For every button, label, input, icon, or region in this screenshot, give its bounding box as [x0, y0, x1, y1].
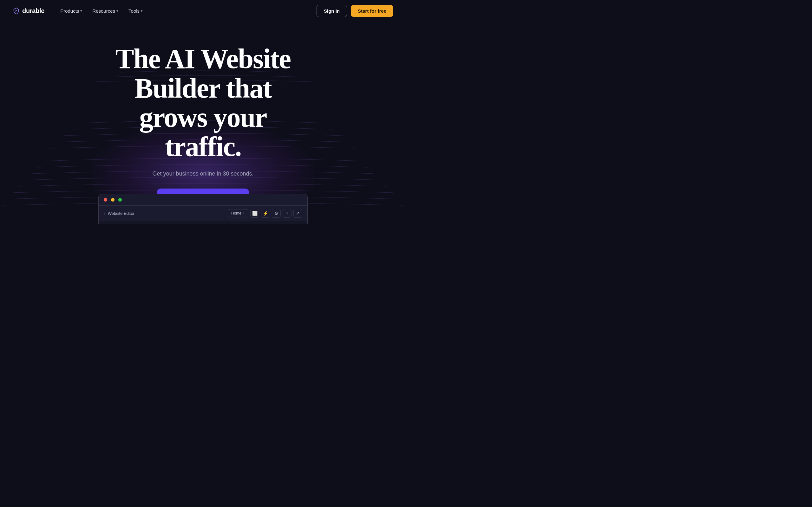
hero-title: The AI Website Builder that grows your t… — [98, 44, 308, 162]
contact-us-button[interactable]: Contact Us — [271, 224, 301, 225]
nav-products[interactable]: Products ▾ — [56, 6, 87, 16]
editor-title: Website Editor — [108, 211, 135, 216]
social-icons: Contact Us — [243, 224, 301, 225]
resources-chevron-icon: ▾ — [116, 9, 118, 13]
browser-minimize-dot — [111, 198, 114, 202]
editor-tab-plus-icon[interactable]: + — [243, 211, 245, 216]
browser-mockup: ‹ Website Editor Home + ⬜ ⚡ ⚙ ? ↗ — [98, 194, 308, 224]
browser-maximize-dot — [118, 198, 122, 202]
browser-content: Contact Us — [99, 221, 307, 224]
editor-lightning-icon[interactable]: ⚡ — [261, 209, 270, 218]
browser-close-dot — [104, 198, 107, 202]
hero-subtitle: Get your business online in 30 seconds. — [98, 170, 308, 177]
hero-content: The AI Website Builder that grows your t… — [98, 44, 308, 208]
logo-text: durable — [22, 7, 44, 14]
nav-left: durable Products ▾ Resources ▾ Tools ▾ — [13, 6, 147, 16]
editor-settings-icon[interactable]: ⚙ — [272, 209, 281, 218]
navbar: durable Products ▾ Resources ▾ Tools ▾ S… — [0, 0, 406, 21]
editor-back-icon[interactable]: ‹ — [104, 211, 105, 216]
browser-editor-bar: ‹ Website Editor Home + ⬜ ⚡ ⚙ ? ↗ — [99, 206, 307, 221]
logo-icon — [13, 7, 20, 14]
editor-right: Home + ⬜ ⚡ ⚙ ? ↗ — [228, 209, 302, 218]
nav-links: Products ▾ Resources ▾ Tools ▾ — [56, 6, 147, 16]
start-free-button[interactable]: Start for free — [351, 5, 393, 17]
editor-help-icon[interactable]: ? — [283, 209, 292, 218]
editor-desktop-icon[interactable]: ⬜ — [250, 209, 259, 218]
hero-section: The AI Website Builder that grows your t… — [0, 21, 406, 224]
editor-home-tab[interactable]: Home + — [228, 209, 248, 217]
editor-left: ‹ Website Editor — [104, 211, 135, 216]
nav-resources[interactable]: Resources ▾ — [88, 6, 123, 16]
editor-external-icon[interactable]: ↗ — [293, 209, 302, 218]
sign-in-button[interactable]: Sign In — [316, 5, 347, 17]
logo[interactable]: durable — [13, 7, 44, 14]
products-chevron-icon: ▾ — [80, 9, 82, 13]
nav-tools[interactable]: Tools ▾ — [124, 6, 147, 16]
tools-chevron-icon: ▾ — [141, 9, 143, 13]
nav-right: Sign In Start for free — [316, 5, 393, 17]
browser-topbar — [99, 194, 307, 206]
